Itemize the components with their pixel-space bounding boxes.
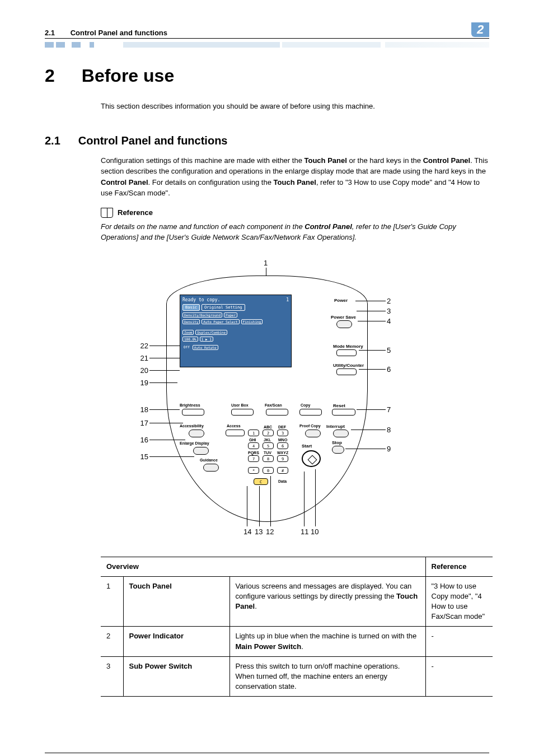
- key-hash: #: [277, 467, 288, 474]
- screen-rotate: Auto Rotate: [193, 345, 218, 350]
- faxscan-key: [266, 409, 288, 416]
- callout-17: 17: [132, 419, 148, 427]
- callout-18: 18: [132, 405, 148, 414]
- abc: ABC: [264, 425, 272, 429]
- callout-10: 10: [311, 528, 318, 536]
- overview-table: Overview Reference 1 Touch Panel Various…: [101, 557, 493, 697]
- label-brightness: Brightness: [180, 403, 200, 407]
- row-name: Power Indicator: [123, 627, 229, 656]
- screen-finishing: Finishing: [241, 319, 263, 324]
- header-section: 2.1 Control Panel and functions: [45, 29, 167, 37]
- tuv: TUV: [264, 451, 271, 455]
- label-proof: Proof Copy: [299, 424, 321, 428]
- wxyz: WXYZ: [277, 451, 288, 455]
- start-button: [302, 450, 321, 467]
- table-row: 3 Sub Power Switch Press this switch to …: [101, 656, 493, 697]
- callout-13: 13: [255, 528, 263, 536]
- pqrs: PQRS: [248, 451, 259, 455]
- header-section-name: Control Panel and functions: [71, 29, 167, 37]
- callout-22: 22: [132, 342, 148, 350]
- accessibility-key: [189, 430, 204, 437]
- chapter-heading: Before use: [82, 66, 174, 86]
- ghi: GHI: [249, 438, 256, 442]
- brightness-key: [182, 409, 204, 416]
- th-reference: Reference: [425, 557, 493, 576]
- label-enlarge: Enlarge Display: [180, 441, 209, 445]
- label-power: Power: [334, 298, 348, 303]
- label-start: Start: [302, 444, 312, 449]
- callout-3: 3: [387, 307, 404, 315]
- th-overview: Overview: [101, 557, 425, 576]
- interrupt-key: [333, 430, 349, 437]
- key-1: 1: [248, 430, 259, 436]
- label-interrupt: Interrupt: [326, 424, 345, 429]
- screen-off: Off: [182, 345, 191, 350]
- label-utility: Utility/Counter: [333, 363, 364, 368]
- access-key: [226, 430, 245, 436]
- callout-2: 2: [387, 297, 404, 305]
- chapter-badge: 2: [471, 22, 489, 37]
- label-copy: Copy: [301, 403, 311, 407]
- mode-memory-key: [336, 349, 357, 356]
- label-accessibility: Accessibility: [180, 424, 204, 428]
- decorative-stripe: [45, 42, 489, 48]
- screen-zoom-val: 100.0%: [182, 337, 198, 342]
- stop-key: [332, 446, 344, 454]
- touch-panel-screen: Ready to copy. 1 Basic Original Setting …: [180, 295, 292, 367]
- callout-7: 7: [387, 405, 404, 414]
- book-icon: [101, 208, 113, 218]
- page-footer: bizhub 423/363/283/223 2-2: [45, 753, 489, 756]
- callout-9: 9: [387, 445, 404, 453]
- reference-label: Reference: [118, 208, 153, 217]
- jkl: JKL: [264, 438, 271, 442]
- intro-text: This section describes information you s…: [101, 101, 489, 112]
- screen-auto-paper: Auto Paper Select: [202, 319, 239, 324]
- callout-5: 5: [387, 346, 404, 354]
- key-c: C: [254, 478, 268, 485]
- callout-6: 6: [387, 365, 404, 374]
- key-0: 0: [263, 467, 274, 474]
- tab-basic: Basic: [182, 304, 200, 311]
- row-ref: -: [425, 656, 493, 697]
- callout-16: 16: [132, 436, 148, 444]
- label-stop: Stop: [332, 440, 342, 445]
- tab-original: Original Setting: [202, 304, 245, 311]
- reference-body: For details on the name and function of …: [101, 221, 489, 243]
- header-section-num: 2.1: [45, 29, 55, 37]
- mno: MNO: [278, 438, 287, 442]
- chapter-title: 2 Before use: [45, 66, 489, 86]
- proof-key: [305, 430, 321, 437]
- callout-11: 11: [301, 528, 308, 536]
- row-name: Sub Power Switch: [123, 656, 229, 697]
- key-3: 3: [277, 430, 288, 436]
- enlarge-key: [193, 447, 209, 455]
- table-row: 2 Power Indicator Lights up in blue when…: [101, 627, 493, 656]
- callout-19: 19: [132, 379, 148, 387]
- screen-density: Density: [182, 319, 200, 324]
- screen-duplex-val: 1 ▶ 1: [200, 337, 213, 342]
- row-ref: -: [425, 627, 493, 656]
- label-userbox: User Box: [231, 403, 249, 407]
- row-desc: Various screens and messages are display…: [229, 576, 425, 627]
- callout-4: 4: [387, 317, 404, 325]
- row-num: 1: [101, 576, 123, 627]
- screen-zoom: Zoom: [182, 330, 194, 335]
- control-panel-figure: 1 Ready to copy. 1 Basic Original Settin…: [121, 259, 413, 539]
- body-paragraph-1: Configuration settings of this machine a…: [101, 155, 489, 199]
- label-guidance: Guidance: [200, 458, 218, 462]
- label-data: Data: [278, 479, 287, 483]
- callout-20: 20: [132, 366, 148, 375]
- section-title: 2.1 Control Panel and functions: [45, 134, 489, 147]
- userbox-key: [231, 409, 254, 416]
- row-num: 3: [101, 656, 123, 697]
- callout-21: 21: [132, 354, 148, 362]
- row-num: 2: [101, 627, 123, 656]
- page-header: 2.1 Control Panel and functions 2: [45, 22, 489, 39]
- key-star: *: [248, 467, 259, 474]
- label-access: Access: [227, 424, 241, 428]
- utility-key: [336, 368, 357, 375]
- key-8: 8: [263, 455, 274, 462]
- key-4: 4: [248, 442, 259, 449]
- key-5: 5: [263, 442, 274, 449]
- reset-key: [332, 409, 355, 416]
